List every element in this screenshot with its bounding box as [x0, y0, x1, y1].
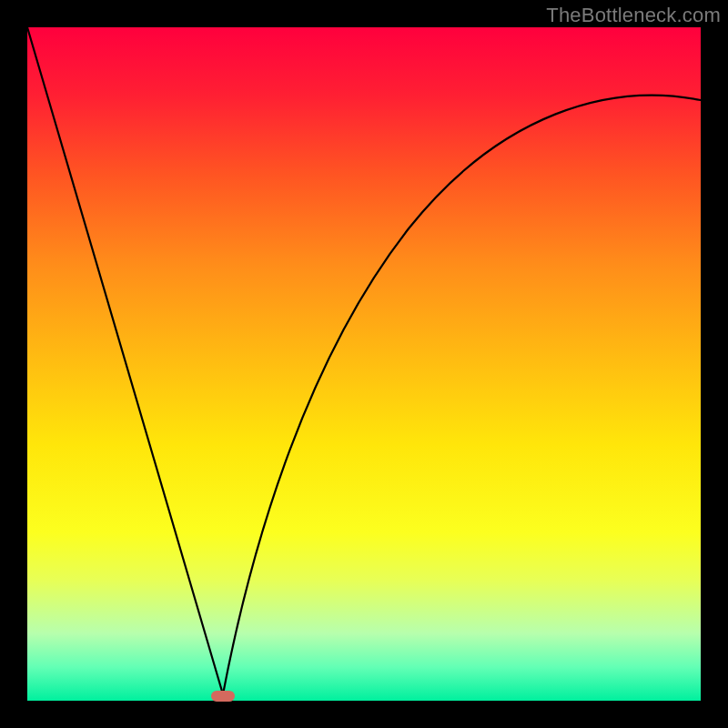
- watermark-text: TheBottleneck.com: [546, 4, 721, 27]
- curve-right-branch: [223, 96, 701, 694]
- chart-frame: TheBottleneck.com: [0, 0, 728, 728]
- bottleneck-curve: [27, 27, 701, 701]
- curve-left-branch: [27, 27, 223, 694]
- minimum-marker: [211, 691, 235, 702]
- plot-area: [27, 27, 701, 701]
